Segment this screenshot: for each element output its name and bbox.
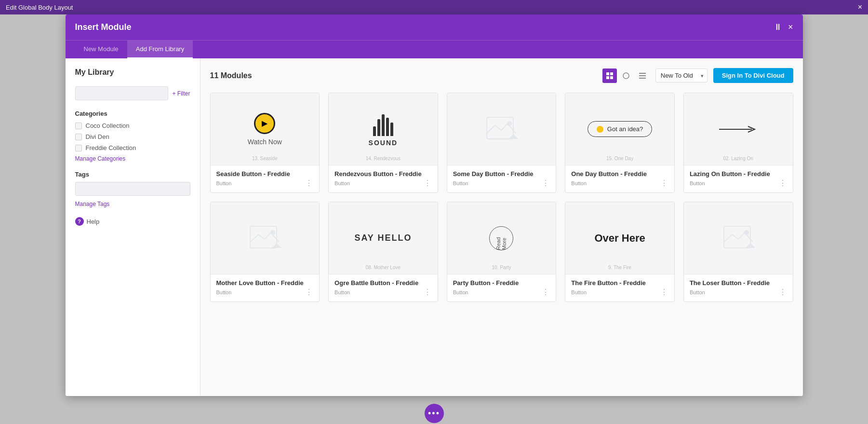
module-card-thefire[interactable]: Over Here 9. The Fire The Fire Button - …	[565, 202, 675, 302]
grid-icon	[606, 72, 613, 79]
module-preview-party: Read More 10. Party	[447, 202, 556, 274]
modal-title: Insert Module	[75, 22, 132, 32]
module-type-row-oneday: Button ⋮	[571, 178, 668, 188]
read-more-preview: Read More	[489, 226, 513, 250]
oneday-num: 15. One Day	[606, 156, 633, 161]
svg-rect-3	[610, 76, 613, 79]
category-checkbox-coco[interactable]	[75, 123, 82, 129]
say-hello-text: SAY HELLO	[354, 233, 412, 243]
top-bar: Edit Global Body Layout ×	[0, 0, 868, 14]
placeholder-preview-theloser	[721, 224, 755, 253]
module-type-lazingon: Button	[690, 180, 705, 186]
bar1	[373, 126, 376, 136]
category-label-coco: Coco Collection	[86, 122, 130, 129]
tags-input[interactable]	[75, 182, 190, 196]
module-type-row-motherlove: Button ⋮	[216, 287, 314, 297]
tab-add-from-library[interactable]: Add From Library	[127, 41, 193, 58]
module-name-thefire: The Fire Button - Freddie	[571, 279, 668, 287]
filter-button[interactable]: + Filter	[172, 90, 190, 97]
module-card-theloser[interactable]: The Loser Button - Freddie Button ⋮	[683, 202, 793, 302]
arrow-preview	[719, 124, 758, 134]
category-checkbox-freddie[interactable]	[75, 145, 82, 151]
module-info-ogrebattle: Ogre Battle Button - Freddie Button ⋮	[329, 274, 438, 301]
placeholder-icon-someday	[484, 115, 518, 144]
svg-rect-15	[724, 226, 750, 248]
module-card-seaside[interactable]: ▶ Watch Now 13. Seaside Seaside Button -…	[210, 93, 320, 193]
watch-now-preview: ▶ Watch Now	[248, 113, 282, 146]
module-preview-someday	[447, 93, 556, 165]
module-card-motherlove[interactable]: Mother Love Button - Freddie Button ⋮	[210, 202, 320, 302]
manage-tags-link[interactable]: Manage Tags	[75, 201, 190, 207]
module-card-rendezvous[interactable]: SOUND 14. Rendezvous Rendezvous Button -…	[328, 93, 438, 193]
module-card-ogrebattle[interactable]: SAY HELLO 08. Mother Love Ogre Battle Bu…	[328, 202, 438, 302]
play-button-icon: ▶	[254, 113, 275, 134]
module-dots-theloser[interactable]: ⋮	[779, 287, 787, 297]
modal-close-button[interactable]: ×	[788, 22, 793, 32]
help-button[interactable]: ? Help	[75, 217, 190, 226]
module-name-seaside: Seaside Button - Freddie	[216, 170, 314, 178]
module-dots-oneday[interactable]: ⋮	[660, 178, 668, 188]
category-item-coco: Coco Collection	[75, 122, 190, 129]
module-type-party: Button	[453, 289, 468, 295]
module-info-seaside: Seaside Button - Freddie Button ⋮	[211, 165, 320, 192]
top-bar-close-button[interactable]: ×	[858, 3, 862, 12]
module-dots-someday[interactable]: ⋮	[542, 178, 550, 188]
thefire-num: 9. The Fire	[608, 265, 631, 270]
modal: Insert Module ⏸ × New Module Add From Li…	[66, 14, 803, 396]
pause-icon[interactable]: ⏸	[774, 22, 782, 32]
svg-rect-7	[639, 78, 646, 79]
sort-select[interactable]: New To Old Old To New A to Z Z to A	[655, 68, 708, 82]
module-type-row-party: Button ⋮	[453, 287, 550, 297]
module-type-motherlove: Button	[216, 289, 232, 295]
module-type-ogrebattle: Button	[334, 289, 350, 295]
module-dots-party[interactable]: ⋮	[542, 287, 550, 297]
arrow-icon	[719, 124, 758, 134]
search-input[interactable]	[75, 86, 169, 100]
module-dots-lazingon[interactable]: ⋮	[779, 178, 787, 188]
module-type-row-lazingon: Button ⋮	[690, 178, 787, 188]
module-dots-motherlove[interactable]: ⋮	[305, 287, 313, 297]
idea-text: Got an idea?	[607, 125, 643, 133]
module-card-oneday[interactable]: Got an idea? 15. One Day One Day Button …	[565, 93, 675, 193]
help-label: Help	[87, 218, 100, 225]
category-checkbox-divi[interactable]	[75, 134, 82, 140]
placeholder-icon-theloser	[721, 224, 755, 253]
bottom-dots-button[interactable]: •••	[425, 404, 444, 423]
module-card-party[interactable]: Read More 10. Party Party Button - Fredd…	[447, 202, 557, 302]
manage-categories-link[interactable]: Manage Categories	[75, 155, 190, 162]
category-item-divi: Divi Den	[75, 133, 190, 140]
module-name-party: Party Button - Freddie	[453, 279, 550, 287]
module-name-lazingon: Lazing On Button - Freddie	[690, 170, 787, 178]
module-dots-seaside[interactable]: ⋮	[305, 178, 313, 188]
modules-count: 11 Modules	[210, 71, 252, 80]
module-preview-motherlove	[211, 202, 320, 274]
module-dots-ogrebattle[interactable]: ⋮	[424, 287, 432, 297]
module-dots-thefire[interactable]: ⋮	[660, 287, 668, 297]
filter-view-button[interactable]	[619, 68, 633, 83]
svg-marker-14	[272, 243, 281, 248]
module-info-oneday: One Day Button - Freddie Button ⋮	[565, 165, 674, 192]
category-label-freddie: Freddie Collection	[86, 144, 136, 151]
list-view-button[interactable]	[635, 68, 650, 83]
bar3	[382, 114, 385, 136]
module-type-theloser: Button	[690, 289, 705, 295]
bottom-dots-container: •••	[0, 396, 868, 424]
grid-view-button[interactable]	[602, 68, 617, 83]
module-dots-rendezvous[interactable]: ⋮	[424, 178, 432, 188]
categories-title: Categories	[75, 110, 190, 117]
tab-new-module[interactable]: New Module	[75, 41, 127, 58]
modules-grid: ▶ Watch Now 13. Seaside Seaside Button -…	[210, 93, 793, 302]
category-item-freddie: Freddie Collection	[75, 144, 190, 151]
module-card-lazingon[interactable]: 02. Lazing On Lazing On Button - Freddie…	[683, 93, 793, 193]
read-more-circle: Read More	[489, 226, 513, 250]
divi-cloud-button[interactable]: Sign In To Divi Cloud	[713, 68, 793, 83]
module-name-ogrebattle: Ogre Battle Button - Freddie	[334, 279, 432, 287]
watch-now-text: Watch Now	[248, 138, 282, 146]
filter-icon	[623, 72, 629, 79]
svg-point-13	[270, 230, 275, 235]
sound-preview: SOUND	[369, 112, 398, 147]
tab-bar: New Module Add From Library	[66, 40, 803, 58]
module-card-someday[interactable]: Some Day Button - Freddie Button ⋮	[447, 93, 557, 193]
module-info-someday: Some Day Button - Freddie Button ⋮	[447, 165, 556, 192]
placeholder-preview-motherlove	[248, 224, 281, 253]
